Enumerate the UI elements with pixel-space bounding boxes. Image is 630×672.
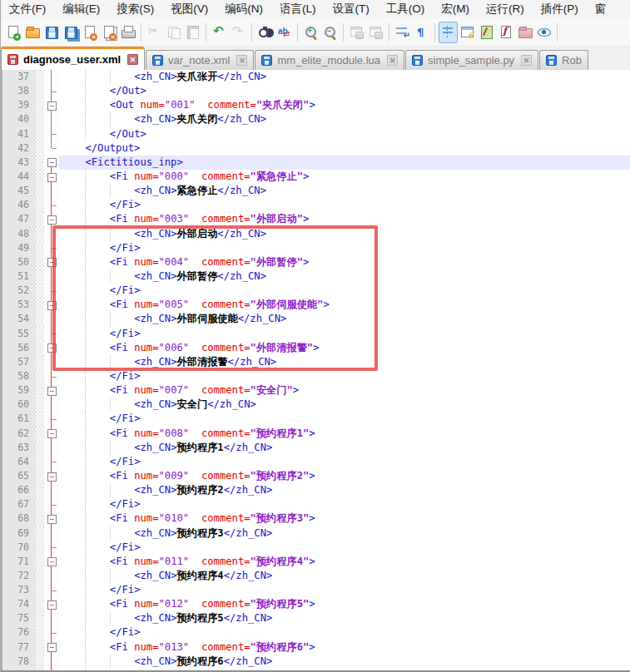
editor-line-50[interactable]: 50<Fi num="004" comment="外部暂停"> [1, 255, 630, 269]
tab-simple_sample-py[interactable]: simple_sample.py✕ [405, 50, 538, 70]
redo-button[interactable] [229, 22, 248, 43]
function-list-button[interactable] [496, 22, 515, 43]
editor-line-57[interactable]: 57<zh_CN>外部清报警</zh_CN> [1, 355, 630, 369]
editor[interactable]: 37<zh_CN>夹爪张开</zh_CN>38</Out>39<Out num=… [1, 70, 630, 672]
editor-line-39[interactable]: 39<Out num="001" comment="夹爪关闭"> [1, 98, 630, 112]
menu-item-p[interactable]: 插件(P) [533, 0, 587, 18]
save-all-button[interactable] [61, 22, 80, 43]
fold-toggle[interactable] [44, 212, 59, 226]
editor-line-66[interactable]: 66<zh_CN>预约程序2</zh_CN> [1, 483, 630, 497]
menu-item-v[interactable]: 视图(V) [162, 0, 216, 18]
fold-toggle[interactable] [44, 170, 59, 184]
editor-line-43[interactable]: 43<Fictitious_inp> [1, 156, 630, 170]
editor-line-65[interactable]: 65<Fi num="009" comment="预约程序2"> [1, 469, 630, 483]
editor-line-42[interactable]: 42</Output> [1, 141, 630, 156]
close-doc-button[interactable] [80, 22, 99, 43]
tab-diagnose_user-xml[interactable]: diagnose_user.xml✕ [1, 47, 145, 70]
editor-line-76[interactable]: 76</Fi> [1, 625, 630, 640]
tab-close-button[interactable]: ✕ [236, 55, 247, 66]
monitoring-button[interactable] [534, 22, 553, 43]
print-button[interactable] [118, 22, 137, 43]
sync-v-button[interactable] [347, 22, 366, 43]
copy-button[interactable] [164, 22, 183, 43]
menu-item-o[interactable]: 工具(O) [378, 0, 434, 18]
find-button[interactable] [255, 22, 275, 43]
editor-line-53[interactable]: 53<Fi num="005" comment="外部伺服使能"> [1, 298, 630, 312]
save-button[interactable] [42, 22, 61, 43]
fold-toggle[interactable] [44, 427, 59, 441]
fold-toggle[interactable] [44, 640, 59, 655]
editor-line-52[interactable]: 52</Fi> [1, 284, 630, 298]
editor-line-73[interactable]: 73</Fi> [1, 583, 630, 597]
replace-button[interactable] [275, 22, 294, 43]
undo-button[interactable] [210, 22, 229, 43]
editor-line-75[interactable]: 75<zh_CN>预约程序5</zh_CN> [1, 611, 630, 625]
menu-item-l[interactable]: 语言(L) [271, 0, 325, 18]
folder-as-workspace-button[interactable] [515, 22, 534, 43]
editor-line-69[interactable]: 69<zh_CN>预约程序3</zh_CN> [1, 526, 630, 541]
user-dialog-button[interactable] [458, 22, 477, 43]
editor-line-48[interactable]: 48<zh_CN>外部启动</zh_CN> [1, 227, 630, 241]
editor-line-49[interactable]: 49</Fi> [1, 241, 630, 255]
editor-line-63[interactable]: 63<zh_CN>预约程序1</zh_CN> [1, 441, 630, 455]
editor-line-51[interactable]: 51<zh_CN>外部暂停</zh_CN> [1, 269, 630, 284]
editor-line-67[interactable]: 67</Fi> [1, 497, 630, 511]
indent-guide-button[interactable] [439, 22, 458, 43]
tab-var_note-xml[interactable]: var_note.xml✕ [146, 50, 254, 70]
tab-rob[interactable]: Rob [539, 50, 588, 70]
editor-line-77[interactable]: 77<Fi num="013" comment="预约程序6"> [1, 640, 630, 655]
editor-line-68[interactable]: 68<Fi num="010" comment="预约程序3"> [1, 511, 630, 526]
menu-item-f[interactable]: 文件(F) [1, 0, 54, 18]
editor-line-47[interactable]: 47<Fi num="003" comment="外部启动"> [1, 212, 630, 226]
editor-line-45[interactable]: 45<zh_CN>紧急停止</zh_CN> [1, 184, 630, 198]
editor-line-37[interactable]: 37<zh_CN>夹爪张开</zh_CN> [1, 70, 630, 84]
editor-line-71[interactable]: 71<Fi num="011" comment="预约程序4"> [1, 555, 630, 569]
editor-line-46[interactable]: 46</Fi> [1, 198, 630, 212]
editor-line-44[interactable]: 44<Fi num="000" comment="紧急停止"> [1, 170, 630, 184]
editor-line-54[interactable]: 54<zh_CN>外部伺服使能</zh_CN> [1, 312, 630, 326]
editor-line-78[interactable]: 78<zh_CN>预约程序6</zh_CN> [1, 655, 630, 669]
zoom-out-button[interactable]: − [320, 22, 340, 43]
new-file-button[interactable] [3, 22, 22, 43]
fold-toggle[interactable] [44, 555, 59, 569]
editor-line-62[interactable]: 62<Fi num="008" comment="预约程序1"> [1, 427, 630, 441]
tab-close-button[interactable]: ✕ [521, 55, 532, 66]
open-button[interactable] [22, 22, 42, 43]
editor-line-64[interactable]: 64</Fi> [1, 455, 630, 469]
editor-line-74[interactable]: 74<Fi num="012" comment="预约程序5"> [1, 597, 630, 611]
editor-line-79[interactable]: 79</Fi> [1, 669, 630, 672]
editor-line-55[interactable]: 55</Fi> [1, 327, 630, 341]
fold-toggle[interactable] [44, 597, 59, 611]
tab-close-button[interactable]: ✕ [127, 54, 138, 65]
editor-line-72[interactable]: 72<zh_CN>预约程序4</zh_CN> [1, 569, 630, 583]
sync-h-button[interactable] [366, 22, 385, 43]
editor-line-40[interactable]: 40<zh_CN>夹爪关闭</zh_CN> [1, 112, 630, 126]
cut-button[interactable] [145, 22, 164, 43]
fold-toggle[interactable] [44, 383, 59, 398]
editor-line-56[interactable]: 56<Fi num="006" comment="外部清报警"> [1, 341, 630, 355]
fold-toggle[interactable] [44, 156, 59, 170]
show-all-characters-button[interactable] [412, 22, 431, 43]
zoom-in-button[interactable]: + [301, 22, 320, 43]
document-map-button[interactable] [477, 22, 496, 43]
close-all-button[interactable] [99, 22, 118, 43]
menu-item-[interactable]: 窗 [587, 0, 615, 18]
menu-item-t[interactable]: 设置(T) [325, 0, 378, 18]
editor-line-60[interactable]: 60<zh_CN>安全门</zh_CN> [1, 398, 630, 412]
tab-mm_elite_module-lua[interactable]: mm_elite_module.lua✕ [255, 50, 404, 70]
menu-item-e[interactable]: 编辑(E) [54, 0, 108, 18]
editor-line-59[interactable]: 59<Fi num="007" comment="安全门"> [1, 383, 630, 398]
editor-line-38[interactable]: 38</Out> [1, 84, 630, 98]
paste-button[interactable] [183, 22, 202, 43]
fold-toggle[interactable] [44, 511, 59, 526]
menu-item-m[interactable]: 宏(M) [433, 0, 478, 18]
fold-toggle[interactable] [44, 255, 59, 269]
word-wrap-button[interactable] [393, 22, 412, 43]
editor-line-61[interactable]: 61</Fi> [1, 412, 630, 426]
fold-toggle[interactable] [44, 341, 59, 355]
fold-toggle[interactable] [44, 98, 59, 112]
menu-item-r[interactable]: 运行(R) [478, 0, 533, 18]
fold-toggle[interactable] [44, 298, 59, 312]
editor-line-41[interactable]: 41</Out> [1, 127, 630, 141]
editor-line-70[interactable]: 70</Fi> [1, 541, 630, 555]
